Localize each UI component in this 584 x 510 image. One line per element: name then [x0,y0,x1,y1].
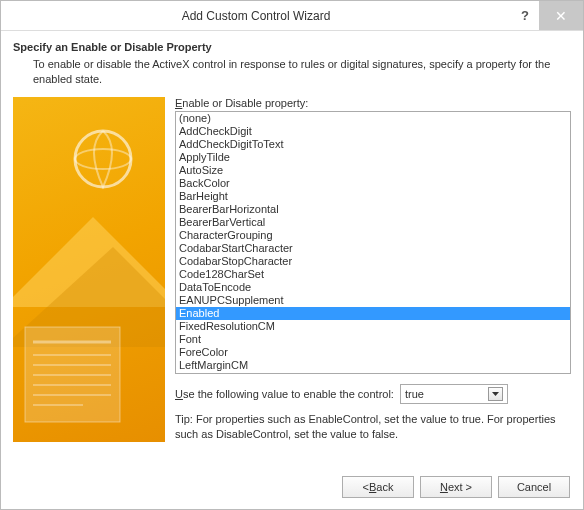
page-subtext: To enable or disable the ActiveX control… [33,57,571,87]
list-item[interactable]: BearerBarHorizontal [176,203,570,216]
list-item[interactable]: EANUPCSupplement [176,294,570,307]
svg-point-1 [75,149,131,169]
list-item[interactable]: FixedResolutionCM [176,320,570,333]
list-item[interactable]: DataToEncode [176,281,570,294]
list-item[interactable]: BearerBarVertical [176,216,570,229]
close-button[interactable]: ✕ [539,1,583,30]
tip-text: Tip: For properties such as EnableContro… [175,412,571,442]
help-button[interactable]: ? [511,1,539,30]
button-row: < Back Next > Cancel [342,476,570,498]
value-select[interactable]: true [400,384,508,404]
list-item[interactable]: CodabarStartCharacter [176,242,570,255]
value-label: Use the following value to enable the co… [175,388,394,400]
list-item[interactable]: AddCheckDigitToText [176,138,570,151]
page-heading: Specify an Enable or Disable Property [13,41,571,53]
property-listbox[interactable]: (none)AddCheckDigitAddCheckDigitToTextAp… [175,111,571,374]
value-select-text: true [405,388,424,400]
list-item[interactable]: ForeColor [176,346,570,359]
window-title: Add Custom Control Wizard [1,1,511,30]
svg-point-0 [75,131,131,187]
list-item[interactable]: Code128CharSet [176,268,570,281]
titlebar: Add Custom Control Wizard ? ✕ [1,1,583,31]
back-button[interactable]: < Back [342,476,414,498]
list-item[interactable]: NarrowBarWidth [176,372,570,374]
list-item[interactable]: AddCheckDigit [176,125,570,138]
list-item[interactable]: ApplyTilde [176,151,570,164]
list-item[interactable]: BarHeight [176,190,570,203]
list-item[interactable]: Enabled [176,307,570,320]
chevron-down-icon[interactable] [488,387,503,401]
list-item[interactable]: AutoSize [176,164,570,177]
cancel-button[interactable]: Cancel [498,476,570,498]
list-item[interactable]: CharacterGrouping [176,229,570,242]
list-item[interactable]: LeftMarginCM [176,359,570,372]
property-list-label: Enable or Disable property: [175,97,571,109]
list-item[interactable]: BackColor [176,177,570,190]
wizard-illustration [13,97,165,442]
next-button[interactable]: Next > [420,476,492,498]
list-item[interactable]: (none) [176,112,570,125]
list-item[interactable]: CodabarStopCharacter [176,255,570,268]
list-item[interactable]: Font [176,333,570,346]
